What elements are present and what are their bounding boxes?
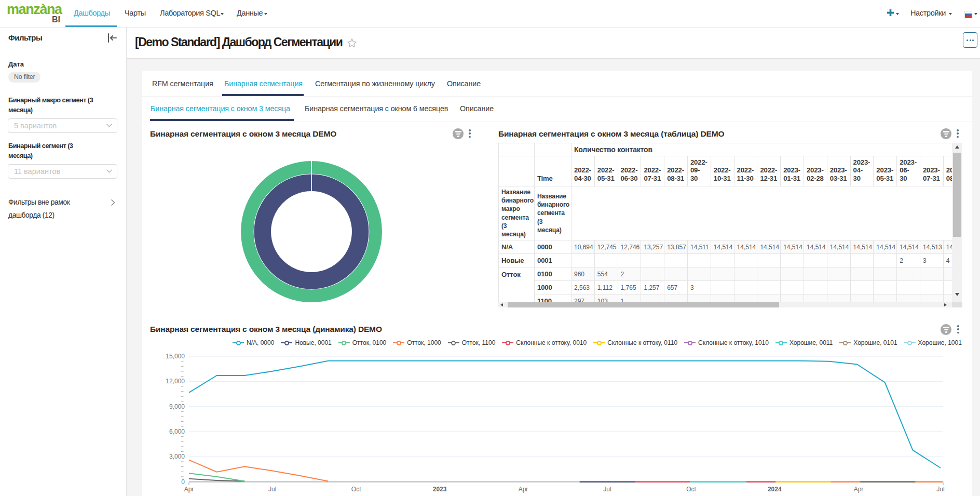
svg-text:12,000: 12,000 [166, 378, 185, 385]
svg-text:6,000: 6,000 [169, 428, 185, 435]
svg-text:Apr: Apr [519, 486, 528, 493]
svg-text:Apr: Apr [184, 486, 194, 493]
svg-text:Jul: Jul [936, 486, 944, 493]
svg-text:Apr: Apr [854, 486, 864, 493]
svg-text:15,000: 15,000 [166, 353, 185, 360]
svg-text:3,000: 3,000 [169, 453, 185, 460]
svg-text:2023: 2023 [433, 486, 447, 493]
svg-text:9,000: 9,000 [169, 403, 185, 410]
svg-text:2024: 2024 [768, 486, 782, 493]
svg-text:Oct: Oct [686, 486, 696, 493]
svg-text:Jul: Jul [603, 486, 611, 493]
svg-text:Oct: Oct [351, 486, 361, 493]
svg-text:Jul: Jul [268, 486, 276, 493]
svg-text:0: 0 [181, 478, 185, 486]
